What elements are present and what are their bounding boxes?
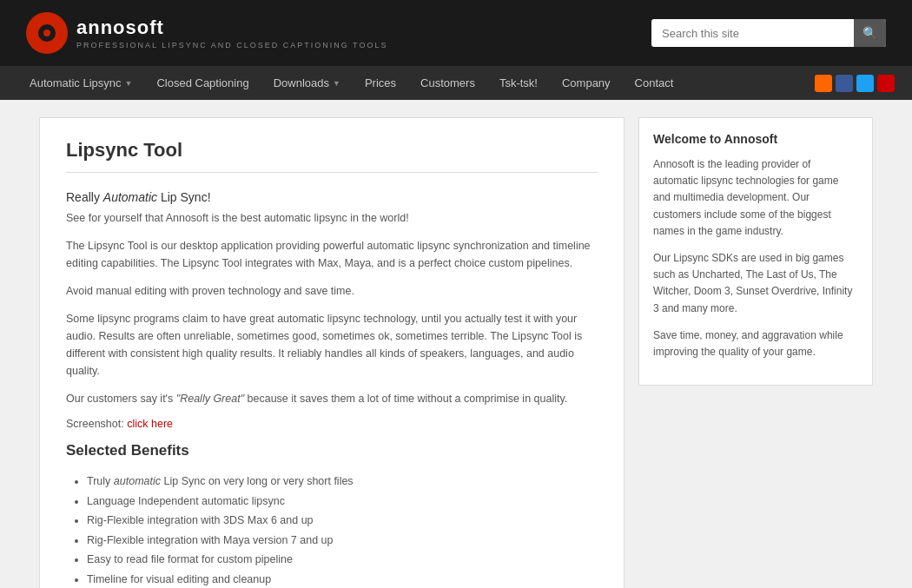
logo-text: annosoft [76,17,387,39]
para4: Our customers say it's "Really Great" be… [66,390,598,407]
welcome-para3: Save time, money, and aggravation while … [653,327,858,360]
nav-item-lipsync[interactable]: Automatic Lipsync ▼ [17,66,144,100]
nav-arrow-lipsync: ▼ [125,79,133,88]
logo-text-area: annosoft PROFESSIONAL LIPSYNC AND CLOSED… [76,17,387,50]
benefit-item-5: Easy to read file format for custom pipe… [87,550,598,570]
search-area: 🔍 [651,19,886,47]
rss-icon[interactable] [815,75,832,92]
welcome-box: Welcome to Annosoft Annosoft is the lead… [638,117,873,386]
screenshot-line: Screenshot: click here [66,418,598,430]
search-input[interactable] [651,20,854,47]
nav-item-contact[interactable]: Contact [623,66,686,100]
page-title: Lipsync Tool [66,139,598,162]
twitter-icon[interactable] [856,75,874,92]
nav-item-closed-captioning[interactable]: Closed Captioning [144,66,261,100]
nav-arrow-downloads: ▼ [333,79,340,88]
benefit-item-6: Timeline for visual editing and cleanup [87,570,598,589]
main-content: Lipsync Tool Really Automatic Lip Sync! … [30,117,882,588]
benefit-item-3: Rig-Flexible integration with 3DS Max 6 … [87,511,598,531]
nav-item-downloads[interactable]: Downloads ▼ [261,66,353,100]
social-icons [815,75,895,92]
nav-links: Automatic Lipsync ▼ Closed Captioning Do… [17,66,685,100]
tagline: PROFESSIONAL LIPSYNC AND CLOSED CAPTIONI… [76,41,387,50]
header: annosoft PROFESSIONAL LIPSYNC AND CLOSED… [0,0,912,66]
para1: The Lipsync Tool is our desktop applicat… [66,237,598,272]
search-button[interactable]: 🔍 [854,19,886,47]
main-nav: Automatic Lipsync ▼ Closed Captioning Do… [0,66,912,100]
screenshot-link[interactable]: click here [127,418,173,430]
nav-item-customers[interactable]: Customers [408,66,487,100]
benefit-item-2: Language Independent automatic lipsync [87,492,598,512]
para3: Some lipsync programs claim to have grea… [66,310,598,380]
benefit-item-1: Truly automatic Lip Sync on very long or… [87,472,598,492]
logo-area: annosoft PROFESSIONAL LIPSYNC AND CLOSED… [26,12,387,54]
welcome-para1: Annosoft is the leading provider of auto… [653,156,858,240]
facebook-icon[interactable] [836,75,853,92]
subtitle: Really Automatic Lip Sync! [66,190,598,204]
logo-icon [26,12,68,54]
title-divider [66,172,598,173]
nav-item-tsktsk[interactable]: Tsk-tsk! [487,66,550,100]
nav-item-company[interactable]: Company [550,66,623,100]
benefits-list: Truly automatic Lip Sync on very long or… [66,472,598,588]
benefit-item-4: Rig-Flexible integration with Maya versi… [87,531,598,551]
benefits-title: Selected Benefits [66,442,598,459]
content-area: Lipsync Tool Really Automatic Lip Sync! … [39,117,625,588]
sidebar: Welcome to Annosoft Annosoft is the lead… [638,117,873,588]
intro-text: See for yourself that Annosoft is the be… [66,209,598,227]
welcome-title: Welcome to Annosoft [653,132,858,146]
welcome-para2: Our Lipsync SDKs are used in big games s… [653,250,858,317]
youtube-icon[interactable] [877,75,895,92]
para2: Avoid manual editing with proven technol… [66,282,598,300]
nav-item-prices[interactable]: Prices [353,66,408,100]
